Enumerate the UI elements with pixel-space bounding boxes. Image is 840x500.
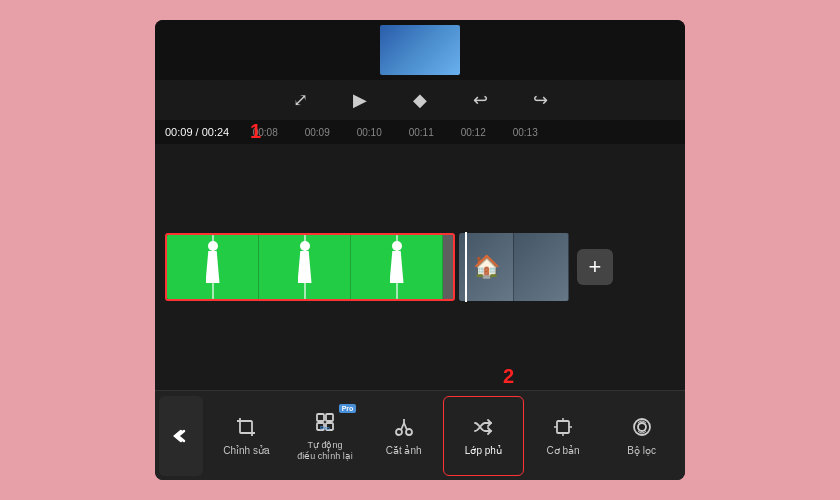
tool-tu-dong[interactable]: Pro Tự động điều chỉnh lại Pro [286,396,365,476]
person-silhouette [204,241,222,293]
expand-button[interactable]: ⤢ [285,85,315,115]
preview-thumbnail [380,25,460,75]
time-marks: 00:08 00:09 00:10 00:11 00:12 00:13 [239,127,675,138]
filter-icon [630,415,654,439]
redo-button[interactable]: ↪ [525,85,555,115]
time-mark: 00:11 [395,127,447,138]
tool-cat-anh[interactable]: Cắt ảnh [364,396,443,476]
current-time: 00:09 / 00:24 [165,126,229,138]
tool-bo-loc[interactable]: Bộ lọc [602,396,681,476]
secondary-clip[interactable]: 🏠 [459,233,569,301]
tool-chinh-sua[interactable]: Chỉnh sửa [207,396,286,476]
green-frame-2 [259,235,351,299]
magic-button[interactable]: ◆ [405,85,435,115]
add-clip-button[interactable]: + [577,249,613,285]
svg-rect-15 [557,421,569,433]
undo-button[interactable]: ↩ [465,85,495,115]
clip-handle[interactable] [443,235,453,299]
timeline-area: 00:09 / 00:24 00:08 00:09 00:10 00:11 00… [155,120,685,390]
tool-co-ban-label: Cơ bản [546,445,579,457]
app-container: ⤢ ▶ ◆ ↩ ↪ 00:09 / 00:24 00:08 00:09 00:1… [155,20,685,480]
resize-icon [551,415,575,439]
svg-rect-6 [326,414,333,421]
person-silhouette [296,241,314,293]
time-ruler: 00:09 / 00:24 00:08 00:09 00:10 00:11 00… [155,120,685,144]
time-mark: 00:10 [343,127,395,138]
person-silhouette [388,241,406,293]
time-mark: 00:09 [291,127,343,138]
pro-badge: Pro [339,404,357,413]
tool-cat-anh-label: Cắt ảnh [386,445,422,457]
track-area: 🏠 + [155,144,685,390]
shuffle-icon [471,415,495,439]
secondary-frame-1: 🏠 [459,233,514,301]
house-icon: 🏠 [473,254,500,280]
bottom-toolbar: Chỉnh sửa Pro Tự động điều chỉnh lại Pro [155,390,685,480]
step-label-1: 1 [250,120,261,143]
play-button[interactable]: ▶ [345,85,375,115]
svg-rect-5 [317,414,324,421]
green-frame-1 [167,235,259,299]
tool-lop-phu-label: Lớp phủ [465,445,502,457]
crop-icon [234,415,258,439]
auto-adjust-icon: Pro [313,410,337,434]
step-label-2: 2 [503,365,514,388]
playhead [465,232,467,302]
tool-tu-dong-label: Tự động điều chỉnh lại [297,440,353,462]
track-row: 🏠 + [155,232,685,302]
svg-rect-0 [240,421,252,433]
time-mark: 00:12 [447,127,499,138]
preview-area [155,20,685,80]
green-clip[interactable] [165,233,455,301]
svg-text:Pro: Pro [320,425,330,431]
cut-icon [392,415,416,439]
time-mark: 00:08 [239,127,291,138]
green-frame-3 [351,235,443,299]
tool-lop-phu[interactable]: Lớp phủ [443,396,524,476]
secondary-frame-2 [514,233,569,301]
svg-line-13 [404,423,407,430]
time-mark: 00:13 [499,127,551,138]
tool-co-ban[interactable]: Cơ bản [524,396,603,476]
toolbar: ⤢ ▶ ◆ ↩ ↪ [155,80,685,120]
back-button[interactable] [159,396,203,476]
svg-point-20 [638,423,646,431]
tool-chinh-sua-label: Chỉnh sửa [223,445,269,457]
chevron-left-icon [172,427,190,445]
tool-bo-loc-label: Bộ lọc [627,445,656,457]
